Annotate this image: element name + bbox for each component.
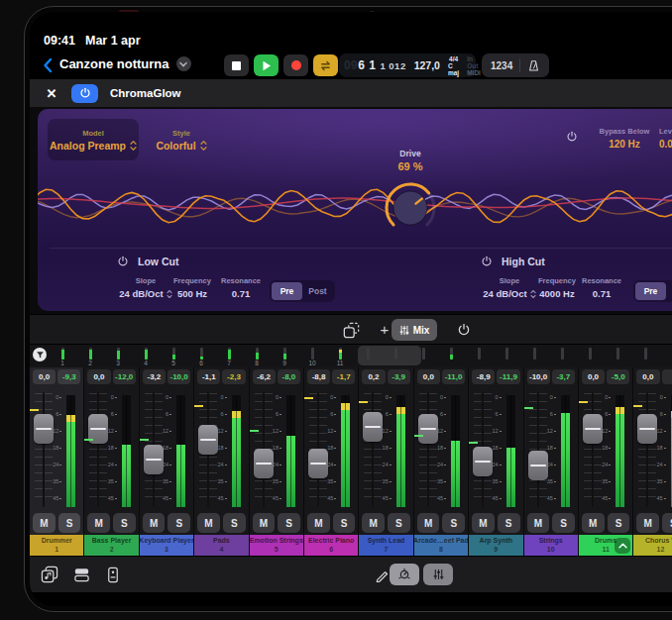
bypass-power-button[interactable]: [566, 131, 578, 143]
sound-library-button[interactable]: [70, 564, 92, 585]
meter-scale-label: 24: [163, 462, 171, 467]
low-cut-resonance[interactable]: Resonance 0.71: [209, 276, 273, 299]
metronome-button[interactable]: [520, 59, 547, 72]
track-number: 3: [165, 546, 168, 554]
volume-readout[interactable]: -6,2: [253, 369, 276, 384]
stop-button[interactable]: [224, 54, 249, 76]
low-cut-power-button[interactable]: [117, 256, 129, 267]
track-tab[interactable]: Pads 4: [194, 535, 248, 556]
solo-button[interactable]: S: [58, 513, 81, 533]
volume-readout[interactable]: 0,0: [636, 369, 659, 384]
volume-readout[interactable]: -8,8: [307, 369, 330, 384]
track-tab[interactable]: Strings 10: [524, 535, 578, 556]
level-control[interactable]: Level 0.0: [659, 127, 672, 150]
mute-button[interactable]: M: [197, 513, 220, 533]
back-button[interactable]: [38, 54, 57, 76]
volume-readout[interactable]: -8,9: [472, 369, 495, 384]
high-cut-power-button[interactable]: [481, 256, 493, 267]
post-button[interactable]: Post: [302, 282, 333, 300]
play-icon: [262, 60, 272, 71]
solo-button[interactable]: S: [278, 513, 300, 533]
mute-button[interactable]: M: [143, 513, 166, 533]
peak-readout: -3,7: [552, 369, 575, 384]
solo-button[interactable]: S: [662, 513, 672, 533]
model-selector[interactable]: Model Analog Preamp: [48, 119, 139, 160]
mute-button[interactable]: M: [307, 513, 330, 533]
controls-view-button[interactable]: [390, 564, 419, 585]
pre-button[interactable]: Pre: [635, 282, 666, 300]
bypass-all-button[interactable]: [453, 319, 475, 341]
solo-button[interactable]: S: [168, 513, 190, 533]
play-button[interactable]: [254, 54, 279, 76]
count-in-button[interactable]: 1234: [484, 60, 519, 71]
meter-scale-label: 0: [550, 394, 556, 400]
high-cut-resonance[interactable]: Resonance 0.71: [570, 276, 633, 299]
solo-button[interactable]: S: [333, 513, 356, 533]
lcd-display[interactable]: 09 6 1 1 012 127,0 4/4 C maj In Out MIDI: [339, 53, 476, 77]
style-selector[interactable]: Style Colorful: [149, 119, 214, 160]
track-overview-strip[interactable]: 1234567891011: [30, 344, 672, 367]
track-tab[interactable]: Keyboard Player 3: [140, 535, 193, 556]
mix-view-button[interactable]: Mix: [392, 319, 437, 341]
post-button[interactable]: Post: [666, 282, 672, 300]
close-plugin-button[interactable]: ✕: [44, 86, 59, 101]
track-number: 5: [275, 546, 279, 554]
paste-settings-button[interactable]: [340, 319, 362, 341]
volume-readout[interactable]: 0,0: [87, 369, 110, 384]
plugin-power-button[interactable]: [71, 84, 98, 103]
track-tab[interactable]: Arcade…eet Pad 8: [414, 535, 468, 556]
pre-button[interactable]: Pre: [272, 282, 302, 300]
volume-readout[interactable]: -3,2: [143, 369, 166, 384]
meter-scale-label: 45: [273, 495, 281, 501]
mute-button[interactable]: M: [33, 513, 56, 533]
mute-button[interactable]: M: [636, 513, 659, 533]
track-tab[interactable]: Bass Player 2: [84, 535, 138, 556]
mute-button[interactable]: M: [417, 513, 440, 533]
overview-meter: [117, 348, 120, 360]
track-tab[interactable]: Arp Synth 9: [469, 535, 522, 556]
volume-readout[interactable]: -1,1: [197, 369, 220, 384]
transport-controls: [224, 54, 338, 76]
track-expand-button[interactable]: [615, 538, 630, 554]
mute-button[interactable]: M: [87, 513, 110, 533]
mixer-view-button[interactable]: [423, 564, 453, 585]
solo-button[interactable]: S: [388, 513, 410, 533]
mute-button[interactable]: M: [253, 513, 276, 533]
meter-scale-label: 6: [276, 411, 281, 417]
track-tab[interactable]: Chorus V 12: [633, 535, 672, 556]
bypass-below-control[interactable]: Bypass Below 120 Hz: [585, 127, 664, 150]
overview-meter: [478, 348, 481, 360]
song-title-menu[interactable]: Canzone notturna: [59, 56, 191, 71]
track-tab[interactable]: Synth Lead 7: [359, 535, 412, 556]
solo-button[interactable]: S: [552, 513, 575, 533]
loop-browser-button[interactable]: [39, 564, 60, 585]
meter-peak-line: [30, 409, 39, 411]
solo-button[interactable]: S: [442, 513, 465, 533]
mute-button[interactable]: M: [472, 513, 495, 533]
track-tab[interactable]: Electric Piano 6: [304, 535, 358, 556]
track-tab[interactable]: Drums 11: [579, 535, 632, 556]
volume-readout[interactable]: 0,2: [362, 369, 385, 384]
filter-button[interactable]: [33, 348, 47, 362]
readout-row: 0,0 -9,3: [30, 367, 83, 387]
mute-button[interactable]: M: [362, 513, 385, 533]
solo-button[interactable]: S: [498, 513, 520, 533]
fader-area: 061218243545: [633, 387, 672, 512]
volume-readout[interactable]: 0,0: [582, 369, 605, 384]
drive-knob[interactable]: [377, 174, 444, 242]
solo-button[interactable]: S: [223, 513, 246, 533]
mute-button[interactable]: M: [527, 513, 550, 533]
solo-button[interactable]: S: [608, 513, 630, 533]
solo-button[interactable]: S: [113, 513, 136, 533]
mute-button[interactable]: M: [582, 513, 605, 533]
track-tab[interactable]: Emotion Strings 5: [250, 535, 303, 556]
volume-readout[interactable]: 0,0: [33, 369, 56, 384]
channel-strip-inspector-button[interactable]: [102, 564, 124, 585]
record-button[interactable]: [283, 54, 308, 76]
meter-scale: 061218243545: [491, 390, 504, 512]
track-tab[interactable]: Drummer 1: [30, 535, 83, 556]
level-meter: [616, 395, 624, 507]
cycle-button[interactable]: [313, 54, 338, 76]
volume-readout[interactable]: -10,0: [527, 369, 550, 384]
volume-readout[interactable]: 0,0: [417, 369, 440, 384]
